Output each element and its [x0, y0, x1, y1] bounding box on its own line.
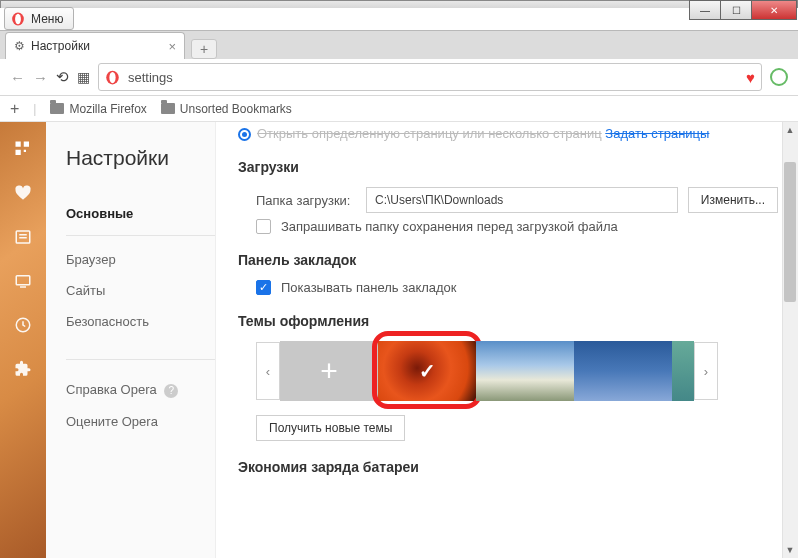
bookmark-folder[interactable]: Mozilla Firefox [50, 102, 146, 116]
sidebar-item-rate[interactable]: Оцените Opera [66, 406, 215, 437]
scroll-up-arrow[interactable]: ▲ [782, 122, 798, 138]
download-folder-field[interactable]: C:\Users\ПК\Downloads [366, 187, 678, 213]
section-downloads-title: Загрузки [238, 159, 778, 175]
ask-before-download-label: Запрашивать папку сохранения перед загру… [281, 219, 618, 234]
settings-content: Открыть определенную страницу или нескол… [216, 122, 798, 558]
svg-rect-11 [16, 276, 30, 285]
theme-tile[interactable] [476, 341, 574, 401]
section-bookmarks-title: Панель закладок [238, 252, 778, 268]
theme-tile-selected[interactable] [378, 341, 476, 401]
heart-icon[interactable]: ♥ [746, 69, 755, 86]
download-folder-label: Папка загрузки: [256, 193, 356, 208]
page-title: Настройки [66, 146, 215, 170]
sidebar-item-sites[interactable]: Сайты [66, 275, 215, 306]
folder-icon [161, 103, 175, 114]
folder-icon [50, 103, 64, 114]
minimize-button[interactable]: — [689, 0, 721, 20]
bookmarks-bar: + | Mozilla Firefox Unsorted Bookmarks [0, 96, 798, 122]
sidebar-item-basic[interactable]: Основные [66, 198, 215, 236]
reload-button[interactable]: ⟲ [56, 68, 69, 86]
themes-prev-button[interactable]: ‹ [256, 342, 280, 400]
menu-label: Меню [31, 12, 63, 26]
scroll-down-arrow[interactable]: ▼ [782, 542, 798, 558]
help-icon: ? [164, 384, 178, 398]
svg-point-3 [109, 71, 115, 82]
sync-icon[interactable] [770, 68, 788, 86]
rail-history-icon[interactable] [13, 316, 33, 334]
section-battery-title: Экономия заряда батареи [238, 459, 778, 475]
gear-icon: ⚙ [14, 39, 25, 53]
scrollbar-thumb[interactable] [784, 162, 796, 302]
get-more-themes-button[interactable]: Получить новые темы [256, 415, 405, 441]
tab-close-icon[interactable]: × [168, 39, 176, 54]
tab-strip: ⚙ Настройки × + [0, 30, 798, 59]
close-window-button[interactable]: ✕ [751, 0, 797, 20]
rail-bookmarks-icon[interactable] [13, 184, 33, 202]
tab-settings[interactable]: ⚙ Настройки × [5, 32, 185, 59]
sidebar-item-security[interactable]: Безопасность [66, 306, 215, 337]
speed-dial-button[interactable]: ▦ [77, 69, 90, 85]
scrollbar-track[interactable]: ▲ ▼ [782, 122, 798, 558]
opera-menu-button[interactable]: Меню [4, 7, 74, 30]
maximize-button[interactable]: ☐ [720, 0, 752, 20]
ask-before-download-checkbox[interactable] [256, 219, 271, 234]
add-bookmark-button[interactable]: + [10, 100, 19, 118]
show-bookmarks-label: Показывать панель закладок [281, 280, 457, 295]
left-rail [0, 122, 46, 558]
forward-button[interactable]: → [33, 69, 48, 86]
settings-sidebar: Настройки Основные Браузер Сайты Безопас… [46, 122, 216, 558]
opera-logo-icon [105, 70, 120, 85]
address-text: settings [128, 70, 173, 85]
change-folder-button[interactable]: Изменить... [688, 187, 778, 213]
toolbar: ← → ⟲ ▦ settings ♥ [0, 59, 798, 96]
svg-rect-7 [24, 150, 26, 152]
rail-speed-dial-icon[interactable] [13, 140, 33, 158]
theme-add-tile[interactable]: + [280, 341, 378, 401]
radio-selected-icon[interactable] [238, 128, 251, 141]
themes-next-button[interactable]: › [694, 342, 718, 400]
bookmark-folder[interactable]: Unsorted Bookmarks [161, 102, 292, 116]
rail-screen-icon[interactable] [13, 272, 33, 290]
theme-tile[interactable] [672, 341, 694, 401]
svg-point-1 [15, 13, 21, 24]
opera-logo-icon [11, 12, 25, 26]
rail-news-icon[interactable] [13, 228, 33, 246]
theme-tile[interactable] [574, 341, 672, 401]
new-tab-button[interactable]: + [191, 39, 217, 59]
svg-rect-5 [24, 142, 29, 147]
tab-title: Настройки [31, 39, 90, 53]
svg-rect-4 [16, 142, 21, 147]
rail-extensions-icon[interactable] [13, 360, 33, 378]
svg-rect-6 [16, 150, 21, 155]
address-bar[interactable]: settings ♥ [98, 63, 762, 91]
section-themes-title: Темы оформления [238, 313, 778, 329]
sidebar-item-browser[interactable]: Браузер [66, 244, 215, 275]
set-pages-link[interactable]: Задать страницы [605, 126, 709, 141]
back-button[interactable]: ← [10, 69, 25, 86]
show-bookmarks-checkbox[interactable] [256, 280, 271, 295]
sidebar-item-help[interactable]: Справка Opera ? [66, 374, 215, 406]
